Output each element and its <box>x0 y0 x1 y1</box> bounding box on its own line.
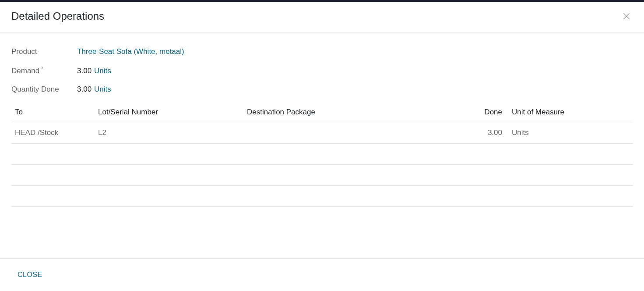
modal-body: Product Three-Seat Sofa (White, metaal) … <box>0 32 644 258</box>
header-to[interactable]: To <box>11 103 95 122</box>
cell-to[interactable]: HEAD /Stock <box>11 122 95 143</box>
header-done[interactable]: Done <box>479 103 506 122</box>
operations-table-container: To Lot/Serial Number Destination Package… <box>11 103 633 207</box>
modal-footer: CLOSE <box>0 258 644 291</box>
field-demand: Demand? 3.00Units <box>11 66 633 75</box>
operations-table: To Lot/Serial Number Destination Package… <box>11 103 633 207</box>
cell-dest[interactable] <box>243 122 479 143</box>
detailed-operations-modal: Detailed Operations Product Three-Seat S… <box>0 2 644 291</box>
product-label: Product <box>11 47 77 56</box>
qty-done-value: 3.00Units <box>77 85 111 94</box>
close-footer-button[interactable]: CLOSE <box>11 268 49 281</box>
header-dest[interactable]: Destination Package <box>243 103 479 122</box>
field-qty-done: Quantity Done 3.00Units <box>11 85 633 94</box>
product-value[interactable]: Three-Seat Sofa (White, metaal) <box>77 47 184 56</box>
cell-lot[interactable]: L2 <box>95 122 243 143</box>
demand-number: 3.00 <box>77 67 91 75</box>
demand-unit[interactable]: Units <box>94 67 111 75</box>
qty-done-number: 3.00 <box>77 85 91 93</box>
cell-done[interactable]: 3.00 <box>479 122 506 143</box>
demand-value: 3.00Units <box>77 67 111 75</box>
demand-label: Demand? <box>11 66 77 75</box>
table-row-empty[interactable] <box>11 164 633 185</box>
qty-done-unit[interactable]: Units <box>94 85 111 93</box>
field-product: Product Three-Seat Sofa (White, metaal) <box>11 47 633 56</box>
help-icon[interactable]: ? <box>40 66 43 71</box>
empty-cell[interactable] <box>11 185 633 206</box>
table-row-empty[interactable] <box>11 143 633 164</box>
cell-uom[interactable]: Units <box>506 122 633 143</box>
table-row[interactable]: HEAD /Stock L2 3.00 Units <box>11 122 633 143</box>
modal-header: Detailed Operations <box>0 2 644 32</box>
product-link[interactable]: Three-Seat Sofa (White, metaal) <box>77 47 184 56</box>
header-lot[interactable]: Lot/Serial Number <box>95 103 243 122</box>
modal-title: Detailed Operations <box>11 10 104 22</box>
demand-label-text: Demand <box>11 67 39 75</box>
header-uom[interactable]: Unit of Measure <box>506 103 633 122</box>
qty-done-label: Quantity Done <box>11 85 77 94</box>
close-icon <box>622 12 631 21</box>
empty-cell[interactable] <box>11 164 633 185</box>
empty-cell[interactable] <box>11 143 633 164</box>
table-row-empty[interactable] <box>11 185 633 206</box>
close-button[interactable] <box>620 10 633 22</box>
table-header-row: To Lot/Serial Number Destination Package… <box>11 103 633 122</box>
